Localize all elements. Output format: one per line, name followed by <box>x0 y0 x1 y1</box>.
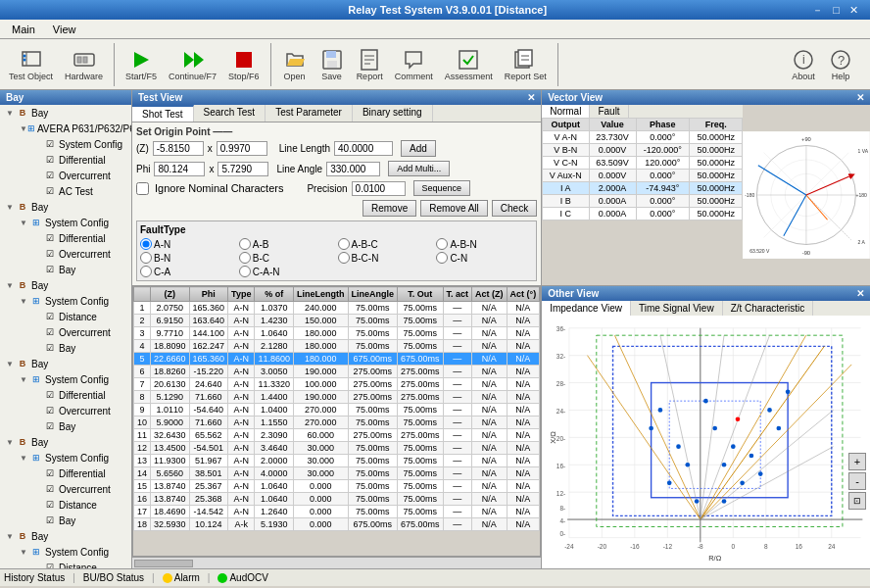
h-scroll-thumb[interactable] <box>134 560 193 567</box>
other-tab-time-signal[interactable]: Time Signal View <box>631 301 723 316</box>
radio-abn[interactable] <box>436 238 448 250</box>
close-icon-testview[interactable]: ✕ <box>527 92 535 103</box>
radio-bn[interactable] <box>140 252 152 264</box>
fault-cn[interactable]: C-N <box>436 252 533 264</box>
expand-ge489[interactable]: ▼ <box>20 297 29 306</box>
radio-ab[interactable] <box>239 238 251 250</box>
toolbar-start[interactable]: Start/F5 <box>121 45 162 84</box>
z-y-input[interactable] <box>217 141 267 156</box>
device-geg80[interactable]: ▼ ⊞ System Config <box>18 371 131 387</box>
table-row[interactable]: 3 9.7710 144.100 A-N 1.0640 180.000 75.0… <box>134 327 540 340</box>
test-ge489-syscfg[interactable]: ☑Distance <box>31 309 131 324</box>
expand-schneider[interactable]: ▼ <box>20 548 29 557</box>
fault-abn[interactable]: A-B-N <box>436 238 533 250</box>
radio-abc[interactable] <box>338 238 350 250</box>
menu-view[interactable]: View <box>45 22 84 37</box>
fault-ca[interactable]: C-A <box>140 266 237 277</box>
table-row[interactable]: 2 6.9150 163.640 A-N 1.4230 150.000 75.0… <box>134 315 540 327</box>
device-red670[interactable]: ▼ ⊞ System Config <box>18 215 131 230</box>
device-schneider[interactable]: ▼ ⊞ System Config <box>18 544 131 560</box>
bay-6[interactable]: ▼ B Bay <box>4 528 131 544</box>
table-row[interactable]: 18 32.5930 10.124 A-k 5.1930 0.000 675.0… <box>134 518 540 531</box>
table-row[interactable]: 12 13.4500 -54.501 A-N 3.4640 30.000 75.… <box>134 442 540 455</box>
expand-red670[interactable]: ▼ <box>20 219 29 227</box>
add-button[interactable]: Add <box>401 140 436 157</box>
table-row[interactable]: 4 18.8090 162.247 A-N 2.1280 180.000 75.… <box>134 340 540 353</box>
bay-2[interactable]: ▼ B Bay <box>4 199 131 215</box>
radio-bc[interactable] <box>239 252 251 264</box>
bay-4[interactable]: ▼ B Bay <box>4 356 131 371</box>
expand-avera[interactable]: ▼ <box>20 124 27 133</box>
ignore-nominal-checkbox[interactable] <box>136 182 149 195</box>
expand-gel90[interactable]: ▼ <box>20 454 29 463</box>
device-ge489[interactable]: ▼ ⊞ System Config <box>18 293 131 309</box>
expand-icon-bay5[interactable]: ▼ <box>6 438 16 447</box>
test-ge489-oc[interactable]: ☑Bay <box>31 340 131 356</box>
test-red-diff[interactable]: ☑Overcurrent <box>31 246 131 262</box>
test-schn-syscfg[interactable]: ☑Distance <box>31 560 131 568</box>
test-avera-oc[interactable]: ☑Overcurrent <box>31 168 131 183</box>
line-length-input[interactable] <box>334 141 393 156</box>
test-avera-diff[interactable]: ☑Differential <box>31 152 131 168</box>
table-row[interactable]: 7 20.6130 24.640 A-N 11.3320 100.000 275… <box>134 378 540 391</box>
toolbar-assessment[interactable]: Assessment <box>440 45 498 84</box>
other-tab-impedance[interactable]: Impedance View <box>542 301 631 316</box>
remove-button[interactable]: Remove <box>362 200 416 217</box>
toolbar-comment[interactable]: Comment <box>390 45 438 84</box>
zoom-reset-button[interactable]: ⊡ <box>848 492 866 510</box>
close-icon-other[interactable]: ✕ <box>856 288 864 299</box>
vector-tab-normal[interactable]: Normal <box>542 105 590 118</box>
test-avera-ac[interactable]: ☑AC Test <box>31 183 131 199</box>
fault-bcn[interactable]: B-C-N <box>338 252 435 264</box>
table-row[interactable]: 5 22.6660 165.360 A-N 11.8600 180.000 67… <box>134 353 540 366</box>
test-ge489-dist[interactable]: ☑Overcurrent <box>31 324 131 340</box>
expand-icon-bay4[interactable]: ▼ <box>6 360 16 368</box>
toolbar-stop[interactable]: Stop/F6 <box>223 45 265 84</box>
test-red-syscfg[interactable]: ☑Differential <box>31 230 131 246</box>
fault-can[interactable]: C-A-N <box>239 266 336 277</box>
toolbar-open[interactable]: Open <box>277 45 313 84</box>
fault-bc[interactable]: B-C <box>239 252 336 264</box>
fault-ab[interactable]: A-B <box>239 238 336 250</box>
minimize-button[interactable]: － <box>808 3 827 18</box>
bay-1[interactable]: ▼ B Bay <box>4 105 131 121</box>
fault-abc[interactable]: A-B-C <box>338 238 435 250</box>
expand-icon-bay3[interactable]: ▼ <box>6 281 16 290</box>
radio-bcn[interactable] <box>338 252 350 264</box>
toolbar-hardware[interactable]: Hardware <box>60 45 108 84</box>
h-scrollbar[interactable] <box>132 557 541 568</box>
sequence-button[interactable]: Sequence <box>413 180 471 196</box>
table-row[interactable]: 10 5.9000 71.660 A-N 1.1550 270.000 75.0… <box>134 416 540 429</box>
radio-cn[interactable] <box>436 252 448 264</box>
vector-tab-fault[interactable]: Fault <box>590 105 628 118</box>
zoom-out-button[interactable]: - <box>848 472 866 490</box>
check-button[interactable]: Check <box>492 200 537 217</box>
menu-main[interactable]: Main <box>4 22 43 37</box>
test-gel90-diff[interactable]: ☑Overcurrent <box>31 481 131 497</box>
toolbar-report-set[interactable]: Report Set <box>500 45 552 84</box>
table-row[interactable]: 1 2.0750 165.360 A-N 1.0370 240.000 75.0… <box>134 302 540 315</box>
add-multi-button[interactable]: Add Multi... <box>388 161 450 176</box>
other-tab-zt[interactable]: Z/t Characteristic <box>723 301 814 316</box>
table-row[interactable]: 8 5.1290 71.660 A-N 1.4400 190.000 275.0… <box>134 391 540 404</box>
fault-bn[interactable]: B-N <box>140 252 237 264</box>
device-gel90[interactable]: ▼ ⊞ System Config <box>18 450 131 466</box>
close-button[interactable]: ✕ <box>846 3 862 18</box>
table-row[interactable]: 17 18.4690 -14.542 A-N 1.2640 0.000 75.0… <box>134 506 540 518</box>
toolbar-continue[interactable]: Continue/F7 <box>164 45 221 84</box>
toolbar-save[interactable]: Save <box>314 45 350 84</box>
table-row[interactable]: 11 32.6430 65.562 A-N 2.3090 60.000 275.… <box>134 429 540 442</box>
tab-test-parameter[interactable]: Test Parameter <box>266 105 353 122</box>
expand-icon-bay1[interactable]: ▼ <box>6 109 16 118</box>
device-avera[interactable]: ▼ ⊞ AVERA P631/P632/P633 <box>18 121 131 136</box>
close-icon-vector[interactable]: ✕ <box>856 92 864 103</box>
test-geg80-syscfg[interactable]: ☑Differential <box>31 387 131 403</box>
toolbar-help[interactable]: ? Help <box>823 45 858 84</box>
expand-icon-bay2[interactable]: ▼ <box>6 203 16 212</box>
table-row[interactable]: 9 1.0110 -54.640 A-N 1.0400 270.000 75.0… <box>134 404 540 416</box>
test-geg80-oc[interactable]: ☑Bay <box>31 418 131 434</box>
toolbar-test-object[interactable]: Test Object <box>4 45 58 84</box>
z-x-input[interactable] <box>153 141 204 156</box>
table-row[interactable]: 13 11.9300 51.967 A-N 2.0000 30.000 75.0… <box>134 455 540 467</box>
radio-an[interactable] <box>140 238 152 250</box>
